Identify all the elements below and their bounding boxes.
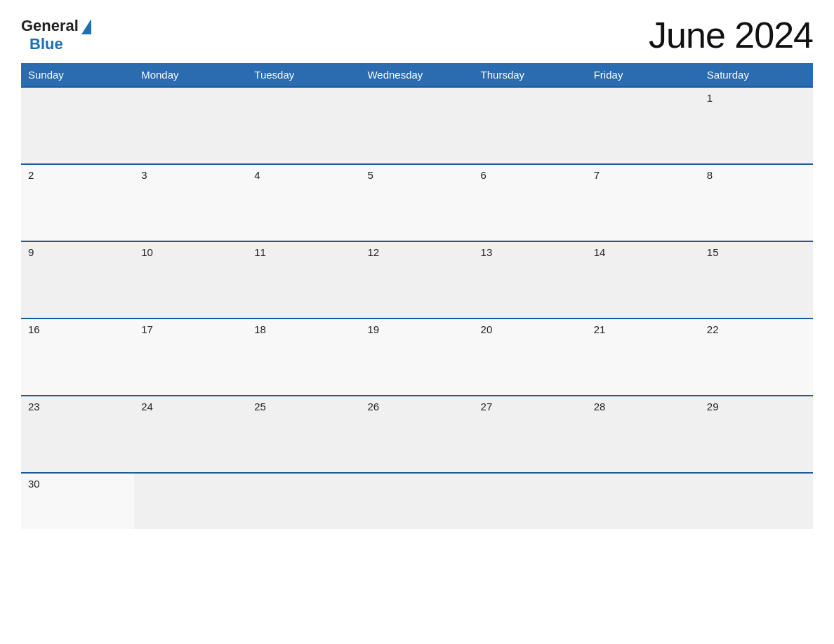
day-number: 19 (367, 323, 379, 335)
day-number: 27 (481, 401, 493, 412)
calendar-cell: 3 (134, 164, 247, 241)
day-number: 5 (367, 169, 373, 181)
calendar-cell: 22 (700, 318, 813, 396)
calendar-cell: 11 (247, 241, 360, 318)
day-number: 11 (254, 246, 266, 258)
day-number: 21 (594, 323, 606, 335)
calendar-table: Sunday Monday Tuesday Wednesday Thursday… (21, 63, 813, 529)
day-number: 13 (481, 246, 493, 258)
day-number: 10 (141, 246, 153, 258)
day-number: 14 (594, 246, 606, 258)
page-header: General Blue June 2024 (21, 14, 813, 56)
col-wednesday: Wednesday (360, 63, 473, 87)
day-number: 16 (28, 323, 40, 335)
day-number: 29 (707, 401, 719, 412)
calendar-cell: 13 (474, 241, 587, 318)
day-number: 12 (367, 246, 379, 258)
calendar-week-row: 2345678 (21, 164, 813, 241)
calendar-cell: 30 (21, 473, 134, 529)
day-number: 17 (141, 323, 153, 335)
logo-general-row: General (21, 17, 91, 35)
day-number: 4 (254, 169, 260, 181)
calendar-cell: 29 (700, 396, 813, 473)
day-number: 28 (594, 401, 606, 412)
col-friday: Friday (587, 63, 700, 87)
calendar-cell: 15 (700, 241, 813, 318)
calendar-week-row: 23242526272829 (21, 396, 813, 473)
calendar-header-row: Sunday Monday Tuesday Wednesday Thursday… (21, 63, 813, 87)
calendar-cell (474, 473, 587, 529)
calendar-cell: 12 (360, 241, 473, 318)
calendar-cell: 27 (474, 396, 587, 473)
calendar-cell (247, 87, 360, 164)
calendar-cell: 10 (134, 241, 247, 318)
calendar-cell (360, 87, 473, 164)
day-number: 2 (28, 169, 34, 181)
day-number: 25 (254, 401, 266, 412)
calendar-cell: 1 (700, 87, 813, 164)
col-monday: Monday (134, 63, 247, 87)
day-number: 23 (28, 401, 40, 412)
day-number: 20 (481, 323, 493, 335)
day-number: 9 (28, 246, 34, 258)
calendar-cell: 20 (474, 318, 587, 396)
calendar-cell: 17 (134, 318, 247, 396)
day-number: 6 (481, 169, 486, 181)
calendar-cell: 21 (587, 318, 700, 396)
calendar-cell: 24 (134, 396, 247, 473)
calendar-cell: 7 (587, 164, 700, 241)
calendar-cell (247, 473, 360, 529)
calendar-week-row: 9101112131415 (21, 241, 813, 318)
calendar-cell: 19 (360, 318, 473, 396)
day-number: 26 (367, 401, 379, 412)
calendar-cell: 28 (587, 396, 700, 473)
col-thursday: Thursday (474, 63, 587, 87)
day-number: 8 (707, 169, 713, 181)
col-tuesday: Tuesday (247, 63, 360, 87)
calendar-cell (360, 473, 473, 529)
calendar-cell: 16 (21, 318, 134, 396)
calendar-cell (700, 473, 813, 529)
day-number: 7 (594, 169, 600, 181)
day-number: 15 (707, 246, 719, 258)
col-sunday: Sunday (21, 63, 134, 87)
calendar-cell: 6 (474, 164, 587, 241)
day-number: 22 (707, 323, 719, 335)
day-number: 1 (707, 92, 713, 104)
calendar-cell: 14 (587, 241, 700, 318)
calendar-cell: 4 (247, 164, 360, 241)
day-number: 24 (141, 401, 153, 412)
col-saturday: Saturday (700, 63, 813, 87)
calendar-cell: 18 (247, 318, 360, 396)
day-number: 30 (28, 478, 40, 490)
logo-general-text: General (21, 17, 79, 35)
calendar-week-row: 1 (21, 87, 813, 164)
calendar-cell (134, 87, 247, 164)
day-number: 3 (141, 169, 147, 181)
calendar-week-row: 16171819202122 (21, 318, 813, 396)
logo-triangle-icon (81, 19, 91, 34)
calendar-cell: 23 (21, 396, 134, 473)
calendar-cell: 8 (700, 164, 813, 241)
calendar-cell (21, 87, 134, 164)
calendar-cell (587, 87, 700, 164)
calendar-cell (587, 473, 700, 529)
calendar-week-row: 30 (21, 473, 813, 529)
month-title: June 2024 (649, 14, 813, 56)
calendar-cell: 2 (21, 164, 134, 241)
logo-blue-text: Blue (29, 35, 63, 53)
calendar-cell: 9 (21, 241, 134, 318)
calendar-cell: 5 (360, 164, 473, 241)
calendar-cell (134, 473, 247, 529)
calendar-cell: 26 (360, 396, 473, 473)
calendar-cell: 25 (247, 396, 360, 473)
logo-blue-row: Blue (28, 35, 63, 53)
day-number: 18 (254, 323, 266, 335)
calendar-cell (474, 87, 587, 164)
logo: General Blue (21, 17, 91, 53)
